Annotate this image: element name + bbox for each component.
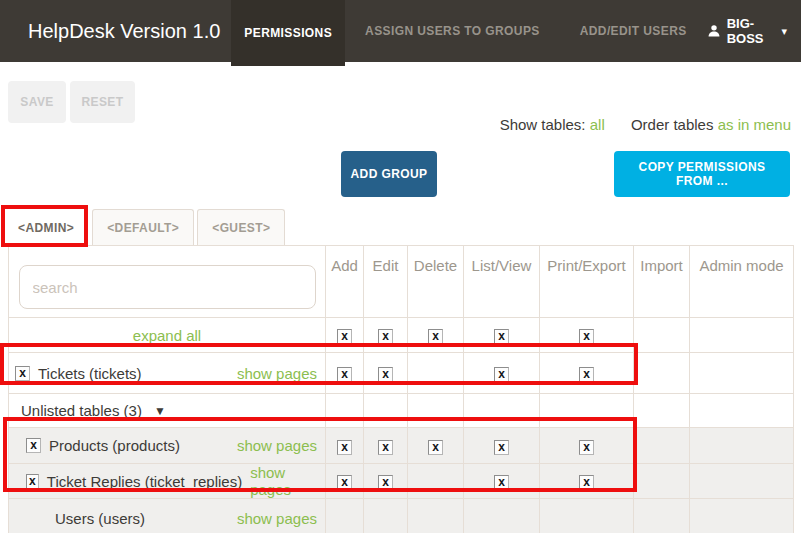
permission-cell (690, 499, 794, 533)
table-row: Users (users)show pages (9, 499, 794, 533)
table-name-cell: xTicket Replies (ticket_replies)show pag… (9, 464, 326, 499)
table-name-cell: xProducts (products)show pages (9, 428, 326, 464)
show-tables-value[interactable]: all (590, 116, 605, 133)
nav-item-add-edit-users[interactable]: ADD/EDIT USERS (560, 0, 707, 62)
table-name-cell: xTickets (tickets)show pages (9, 353, 326, 394)
table-enabled-checkbox[interactable]: x (26, 438, 41, 453)
user-name: BIG-BOSS (727, 16, 776, 46)
permission-checkbox[interactable]: x (494, 440, 509, 455)
chevron-down-icon: ▾ (781, 26, 787, 37)
permission-checkbox[interactable]: x (378, 367, 393, 382)
table-name-label: Ticket Replies (ticket_replies) (47, 473, 242, 490)
permission-cell (408, 464, 464, 499)
permission-cell: x (326, 318, 364, 353)
group-tab-guest[interactable]: <GUEST> (197, 209, 285, 245)
table-enabled-checkbox[interactable]: x (15, 366, 30, 381)
permission-cell: x (540, 318, 634, 353)
table-name-label: Products (products) (49, 437, 180, 454)
table-body: expand allxxxxxxTickets (tickets)show pa… (9, 318, 794, 533)
group-tab-admin[interactable]: <ADMIN> (3, 209, 89, 245)
column-header: Print/Export (540, 246, 634, 318)
show-pages-link[interactable]: show pages (237, 510, 325, 527)
permission-cell: x (540, 464, 634, 499)
permission-cell (634, 464, 690, 499)
user-menu[interactable]: BIG-BOSS ▾ (707, 16, 787, 46)
table-enabled-checkbox[interactable]: x (26, 474, 39, 489)
show-pages-link[interactable]: show pages (250, 464, 325, 498)
copy-permissions-button[interactable]: COPY PERMISSIONS FROM ... (614, 151, 790, 197)
add-group-button[interactable]: ADD GROUP (341, 151, 437, 197)
permission-cell (326, 499, 364, 533)
collapse-caret-icon[interactable]: ▼ (154, 404, 166, 418)
app-title: HelpDesk Version 1.0 (28, 20, 220, 43)
permission-cell (690, 318, 794, 353)
nav-item-permissions[interactable]: PERMISSIONS (231, 0, 345, 66)
permission-cell: x (540, 353, 634, 394)
permission-cell: x (464, 353, 540, 394)
permission-checkbox[interactable]: x (378, 440, 393, 455)
permission-cell (634, 353, 690, 394)
expand-all-link[interactable]: expand all (133, 327, 201, 344)
search-cell (9, 246, 326, 318)
show-tables-label: Show tables: (500, 116, 586, 133)
column-header: List/View (464, 246, 540, 318)
permission-cell (690, 464, 794, 499)
permission-cell: x (540, 428, 634, 464)
permission-checkbox[interactable]: x (337, 440, 352, 455)
column-header: Import (634, 246, 690, 318)
order-tables-value[interactable]: as in menu (718, 116, 791, 133)
permission-cell (634, 394, 690, 428)
permission-cell: x (364, 318, 408, 353)
permission-cell (464, 394, 540, 428)
save-button[interactable]: SAVE (8, 81, 66, 123)
column-header: Admin mode (690, 246, 794, 318)
permission-checkbox[interactable]: x (579, 367, 594, 382)
table-row: Unlisted tables (3)▼ (9, 394, 794, 428)
permission-cell: x (326, 353, 364, 394)
permission-checkbox[interactable]: x (579, 329, 594, 344)
permission-cell: x (326, 464, 364, 499)
permission-cell (634, 318, 690, 353)
order-tables-label: Order tables (631, 116, 714, 133)
permission-cell (690, 353, 794, 394)
permission-cell (326, 394, 364, 428)
permission-checkbox[interactable]: x (428, 440, 443, 455)
permission-cell: x (464, 464, 540, 499)
permission-checkbox[interactable]: x (428, 329, 443, 344)
unlisted-tables-label[interactable]: Unlisted tables (3) (21, 402, 142, 419)
expand-all-cell: expand all (9, 318, 326, 353)
permission-checkbox[interactable]: x (494, 367, 509, 382)
permission-checkbox[interactable]: x (494, 475, 509, 490)
search-input[interactable] (19, 265, 316, 309)
permission-cell: x (464, 318, 540, 353)
permission-cell (408, 353, 464, 394)
navbar: HelpDesk Version 1.0 PERMISSIONSASSIGN U… (0, 0, 801, 62)
group-tab-default[interactable]: <DEFAULT> (92, 209, 194, 245)
permission-cell (408, 394, 464, 428)
permission-checkbox[interactable]: x (337, 367, 352, 382)
permission-checkbox[interactable]: x (494, 329, 509, 344)
permission-checkbox[interactable]: x (337, 329, 352, 344)
reset-button[interactable]: RESET (70, 81, 135, 123)
show-pages-link[interactable]: show pages (237, 437, 325, 454)
show-pages-link[interactable]: show pages (237, 365, 325, 382)
table-name-cell: Users (users)show pages (9, 499, 326, 533)
column-header: Add (326, 246, 364, 318)
nav-item-assign-users-to-groups[interactable]: ASSIGN USERS TO GROUPS (345, 0, 560, 62)
permission-cell (690, 394, 794, 428)
permission-cell (364, 394, 408, 428)
permission-cell (690, 428, 794, 464)
permission-checkbox[interactable]: x (579, 440, 594, 455)
permission-checkbox[interactable]: x (378, 475, 393, 490)
permission-cell (464, 499, 540, 533)
permission-checkbox[interactable]: x (337, 475, 352, 490)
column-header: Edit (364, 246, 408, 318)
permission-cell (408, 499, 464, 533)
permission-checkbox[interactable]: x (378, 329, 393, 344)
main-nav: PERMISSIONSASSIGN USERS TO GROUPSADD/EDI… (231, 0, 706, 62)
permission-cell: x (364, 464, 408, 499)
permission-checkbox[interactable]: x (579, 475, 594, 490)
permission-cell: x (364, 353, 408, 394)
permission-cell (364, 499, 408, 533)
column-header: Delete (408, 246, 464, 318)
